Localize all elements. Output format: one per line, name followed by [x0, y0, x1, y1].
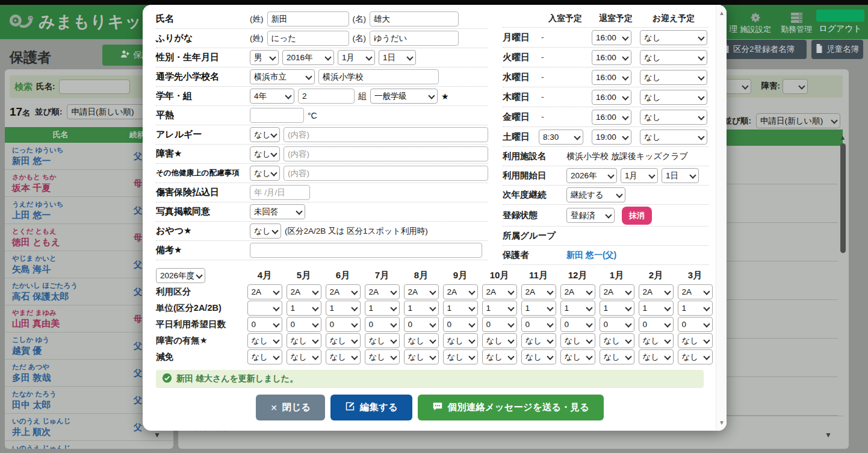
temperature-input[interactable]	[250, 108, 304, 123]
gender-select[interactable]: 男	[250, 50, 279, 65]
monthly-value-select[interactable]: なし	[365, 349, 400, 364]
snack-select[interactable]: なし	[250, 223, 281, 239]
monthly-value-select[interactable]: 1	[600, 301, 634, 316]
exit-time-select[interactable]: 16:00	[592, 110, 631, 125]
monthly-value-select[interactable]: 0	[247, 317, 282, 332]
allergy-filter-select[interactable]	[725, 79, 751, 94]
modal-scrollbar[interactable]: ▲ ▼	[716, 5, 727, 431]
monthly-value-select[interactable]: 1	[443, 301, 478, 316]
monthly-value-select[interactable]: なし	[560, 349, 595, 364]
monthly-value-select[interactable]: 2A	[247, 284, 282, 299]
monthly-value-select[interactable]: なし	[443, 333, 478, 348]
health-select[interactable]: なし	[250, 166, 280, 181]
school-type-select[interactable]: 横浜市立	[250, 69, 315, 84]
monthly-value-select[interactable]: 1	[678, 301, 713, 316]
monthly-value-select[interactable]: 0	[521, 317, 556, 332]
monthly-value-select[interactable]: なし	[560, 333, 595, 348]
school-name-input[interactable]	[318, 69, 439, 84]
grade-select[interactable]: 4年	[250, 89, 294, 104]
birth-year-select[interactable]: 2016年	[282, 50, 334, 65]
monthly-value-select[interactable]: 2A	[600, 284, 634, 299]
monthly-value-select[interactable]: なし	[521, 333, 556, 348]
class-type-select[interactable]: 一般学級	[370, 89, 438, 104]
monthly-value-select[interactable]: なし	[678, 333, 713, 348]
health-detail-input[interactable]	[284, 166, 488, 181]
pickup-select[interactable]: なし	[640, 130, 707, 145]
scroll-down-icon[interactable]: ▼	[716, 419, 727, 426]
monthly-value-select[interactable]: なし	[365, 333, 400, 348]
exit-time-select[interactable]: 19:00	[592, 130, 631, 145]
monthly-value-select[interactable]: 2A	[482, 284, 517, 299]
exit-time-select[interactable]: 16:00	[592, 70, 631, 85]
monthly-value-select[interactable]: 0	[482, 317, 517, 332]
first-name-input[interactable]	[370, 11, 459, 27]
monthly-value-select[interactable]: 1	[365, 301, 400, 316]
monthly-value-select[interactable]: 1	[287, 301, 321, 316]
status-select[interactable]: 登録済	[566, 208, 615, 223]
monthly-value-select[interactable]: なし	[639, 349, 674, 364]
scroll-down-icon[interactable]: ▼	[153, 431, 161, 439]
insurance-date-input[interactable]	[250, 185, 310, 200]
start-day-select[interactable]: 1日	[662, 168, 699, 183]
first-kana-input[interactable]	[370, 31, 459, 46]
pickup-select[interactable]: なし	[640, 70, 707, 85]
monthly-value-select[interactable]: なし	[600, 333, 634, 348]
monthly-value-select[interactable]: 1	[404, 301, 439, 316]
monthly-value-select[interactable]: なし	[521, 349, 556, 364]
scrollbar-thumb[interactable]	[840, 143, 846, 253]
scroll-up-icon[interactable]: ▲	[716, 10, 727, 16]
monthly-value-select[interactable]: なし	[326, 333, 361, 348]
close-button[interactable]: ✕ 閉じる	[256, 395, 325, 420]
disability-detail-input[interactable]	[284, 146, 488, 161]
monthly-value-select[interactable]: 1	[521, 301, 556, 316]
exit-time-select[interactable]: 16:00	[592, 50, 631, 65]
send-message-button[interactable]: 個別連絡メッセージを送る・見る	[418, 395, 604, 420]
monthly-value-select[interactable]: なし	[639, 333, 674, 348]
monthly-value-select[interactable]: 0	[404, 317, 439, 332]
monthly-value-select[interactable]: 2A	[443, 284, 478, 299]
photo-consent-select[interactable]: 未回答	[250, 204, 305, 219]
monthly-value-select[interactable]: なし	[482, 349, 517, 364]
start-month-select[interactable]: 1月	[621, 168, 658, 183]
monthly-value-select[interactable]: なし	[482, 333, 517, 348]
monthly-value-select[interactable]: 0	[326, 317, 361, 332]
monthly-value-select[interactable]: なし	[600, 349, 634, 364]
birth-month-select[interactable]: 1月	[338, 50, 375, 65]
monthly-value-select[interactable]	[247, 301, 282, 316]
edit-button[interactable]: 編集する	[330, 395, 412, 420]
monthly-value-select[interactable]: なし	[247, 349, 282, 364]
monthly-value-select[interactable]: 2A	[404, 284, 439, 299]
fiscal-year-select[interactable]: 2026年度	[156, 268, 205, 283]
monthly-value-select[interactable]: 1	[482, 301, 517, 316]
children-scrollbar[interactable]: ▲	[839, 134, 846, 253]
revoke-button[interactable]: 抹消	[622, 207, 652, 225]
enter-time-select[interactable]: 8:30	[539, 130, 583, 145]
class-input[interactable]	[298, 89, 355, 104]
monthly-value-select[interactable]: 0	[287, 317, 321, 332]
last-kana-input[interactable]	[267, 31, 349, 46]
monthly-value-select[interactable]: 0	[600, 317, 634, 332]
monthly-value-select[interactable]: 2A	[287, 284, 321, 299]
guardian-name-search-input[interactable]	[59, 80, 130, 94]
disability-filter-select[interactable]	[783, 79, 808, 94]
pickup-select[interactable]: なし	[640, 50, 707, 65]
monthly-value-select[interactable]: 1	[639, 301, 674, 316]
pickup-select[interactable]: なし	[640, 30, 707, 45]
nav-item-facility-settings[interactable]: 施設設定	[736, 11, 775, 35]
continue-select[interactable]: 継続する	[566, 187, 625, 202]
start-year-select[interactable]: 2026年	[566, 168, 617, 183]
memo-input[interactable]	[250, 243, 482, 258]
scroll-up-icon[interactable]: ▲	[839, 134, 846, 141]
monthly-value-select[interactable]: なし	[443, 349, 478, 364]
monthly-value-select[interactable]: なし	[287, 333, 321, 348]
monthly-value-select[interactable]: 0	[443, 317, 478, 332]
monthly-value-select[interactable]: 2A	[365, 284, 400, 299]
monthly-value-select[interactable]: 2A	[560, 284, 595, 299]
monthly-value-select[interactable]: なし	[404, 333, 439, 348]
children-roster-button[interactable]: 児童名簿	[811, 40, 863, 59]
allergy-detail-input[interactable]	[284, 127, 488, 142]
children-sort-select[interactable]: 申請日(新しい順)	[756, 113, 840, 128]
nav-item-work-management[interactable]: 勤務管理	[777, 11, 816, 35]
allergy-select[interactable]: なし	[250, 127, 280, 142]
monthly-value-select[interactable]: 0	[365, 317, 400, 332]
